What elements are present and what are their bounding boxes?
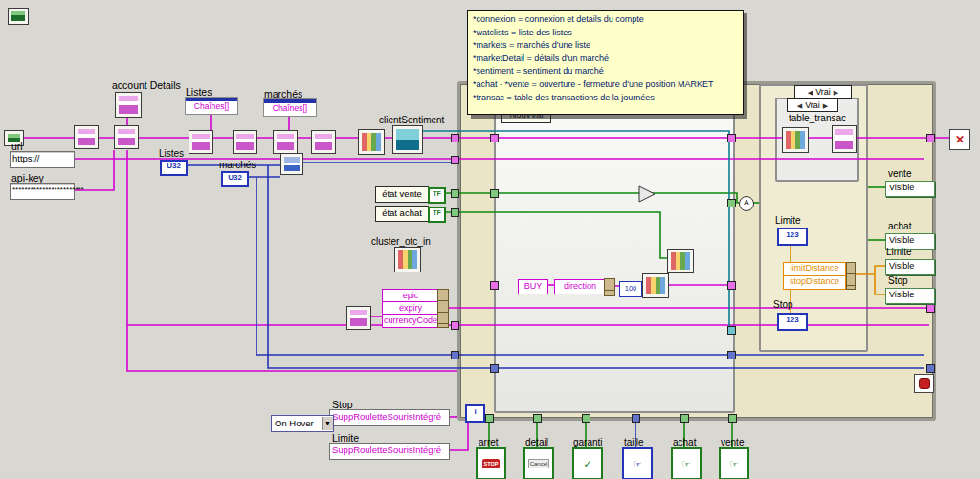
stop-distance-field[interactable]: stopDistance [783, 275, 846, 290]
bundle-by-name-node[interactable] [437, 289, 449, 328]
loop-iteration-terminal[interactable]: i [465, 404, 485, 423]
taille-terminal[interactable]: ☞ [622, 447, 653, 479]
loop-stop-icon[interactable] [914, 374, 934, 393]
marches-numeric-terminal[interactable]: U32 [221, 171, 249, 187]
achat-prop-label: achat [888, 221, 911, 231]
etat-vente-terminal[interactable]: TF [428, 187, 446, 204]
bundle-by-name-node[interactable] [846, 262, 856, 290]
tunnel [451, 156, 459, 164]
garanti-terminal[interactable]: ✓ [572, 447, 603, 479]
vi-icon-market-detail[interactable] [273, 130, 298, 154]
comment-line: *marketDetail = détails d'un marché [473, 53, 738, 66]
labview-block-diagram: *connexion = connexion et details du com… [0, 0, 980, 479]
wire-junction-label: A [739, 196, 754, 211]
vi-icon-bundle-feeder[interactable] [346, 306, 371, 330]
tunnel [680, 414, 689, 423]
case-next-arrow-icon[interactable]: ▶ [834, 87, 838, 98]
case-selector-inner[interactable]: ◀ Vrai ▶ [787, 98, 838, 112]
tunnel [533, 414, 542, 423]
case-next-arrow-icon[interactable]: ▶ [823, 100, 828, 111]
tunnel [727, 134, 736, 142]
table-transac-indicator-icon[interactable] [832, 125, 857, 153]
detail-label: detail [525, 437, 548, 447]
vi-icon-sentiment[interactable] [358, 129, 385, 155]
etat-achat-terminal[interactable]: TF [428, 207, 446, 223]
vente-terminal-label: vente [721, 437, 744, 447]
case-prev-arrow-icon[interactable]: ◀ [797, 100, 802, 111]
pointer-icon: ☞ [681, 458, 691, 470]
vi-icon-watchlists[interactable] [189, 130, 213, 154]
tunnel [490, 364, 499, 373]
vi-icon-position[interactable] [642, 273, 669, 298]
url-input[interactable]: https:// [10, 151, 75, 168]
vente-terminal[interactable]: ☞ [719, 447, 749, 479]
checkbox-icon: ✓ [583, 458, 591, 470]
table-transac-label: table_transac [789, 113, 846, 123]
limite-string-constant[interactable]: SuppRouletteSourisIntégré [329, 443, 450, 460]
tunnel [926, 304, 935, 313]
ring-dropdown-icon[interactable]: ▼ [322, 417, 333, 430]
numeric-constant-100[interactable]: 100 [619, 281, 642, 297]
tunnel [451, 351, 459, 359]
ring-value: On Hover [272, 417, 322, 430]
listes-num-label: Listes [159, 148, 184, 159]
vi-icon-account[interactable] [114, 125, 139, 149]
vi-icon-market-order[interactable] [667, 249, 694, 273]
marches-num-label: marchés [219, 160, 256, 170]
array-type-label: Chaînes[] [264, 103, 316, 113]
buy-string-constant[interactable]: BUY [518, 279, 548, 294]
comment-line: *achat - *vente = ouverture - fermeture … [473, 78, 738, 92]
direction-field[interactable]: direction [554, 279, 606, 294]
tunnel [727, 326, 736, 335]
cluster-otc-icon[interactable] [394, 247, 421, 272]
comment-line: *sentiment = sentiment du marché [473, 65, 738, 78]
account-details-icon[interactable] [115, 92, 142, 118]
tunnel [451, 134, 459, 142]
limite-visible-property[interactable]: Visible [885, 259, 935, 275]
client-sentiment-icon[interactable] [392, 125, 423, 154]
stop-sign-icon [919, 378, 930, 389]
tunnel [728, 414, 737, 423]
marches-array-indicator[interactable]: Chaînes[] [263, 98, 317, 117]
tunnel [727, 351, 736, 359]
vi-icon-transac[interactable] [782, 127, 809, 153]
detail-terminal[interactable]: Cancel [523, 447, 554, 479]
tunnel [451, 189, 459, 198]
taille-label: taille [624, 437, 644, 447]
tunnel [926, 364, 935, 373]
tunnel [926, 134, 935, 142]
small-constant-icon[interactable] [8, 8, 29, 25]
vente-visible-property[interactable]: Visible [885, 181, 935, 197]
vi-icon-markets[interactable] [233, 130, 257, 154]
stop-prop-label: Stop [888, 275, 908, 286]
case-selector-outer[interactable]: ◀ Vrai ▶ [794, 85, 852, 99]
stop-string-constant[interactable]: SuppRouletteSourisIntégré [329, 409, 450, 426]
on-hover-ring-constant[interactable]: On Hover ▼ [271, 415, 334, 432]
listes-array-indicator[interactable]: Chaînes[] [185, 97, 238, 115]
api-key-input[interactable]: ************************ [10, 183, 75, 200]
cancel-button-icon: Cancel [528, 459, 550, 468]
limite-prop-label: Limite [886, 247, 912, 257]
tunnel [451, 208, 459, 217]
achat-terminal[interactable]: ☞ [671, 447, 702, 479]
limite-numeric-terminal[interactable]: 123 [777, 228, 808, 246]
tunnel [490, 189, 499, 198]
diagram-comment[interactable]: *connexion = connexion et details du com… [467, 10, 744, 115]
tunnel [727, 199, 736, 207]
bundle-node[interactable] [604, 278, 615, 296]
case-selector-value: Vrai [815, 87, 831, 98]
index-array-icon[interactable] [280, 153, 303, 175]
bundle-field-currency-code[interactable]: currencyCode [382, 314, 439, 328]
stop-visible-property[interactable]: Visible [885, 288, 935, 304]
comment-line: *connexion = connexion et details du com… [473, 13, 738, 27]
vi-icon-connexion[interactable] [74, 125, 99, 149]
tunnel [485, 414, 494, 423]
close-reference-icon[interactable]: ✕ [949, 129, 970, 150]
arret-terminal[interactable]: STOP [476, 447, 506, 479]
case-prev-arrow-icon[interactable]: ◀ [808, 87, 813, 98]
listes-numeric-terminal[interactable]: U32 [160, 160, 188, 176]
stop-numeric-terminal[interactable]: 123 [777, 313, 808, 331]
limit-distance-field[interactable]: limitDistance [783, 262, 846, 276]
vi-icon-market-list[interactable] [311, 130, 336, 154]
cluster-otc-label: cluster_otc_in [371, 236, 431, 247]
